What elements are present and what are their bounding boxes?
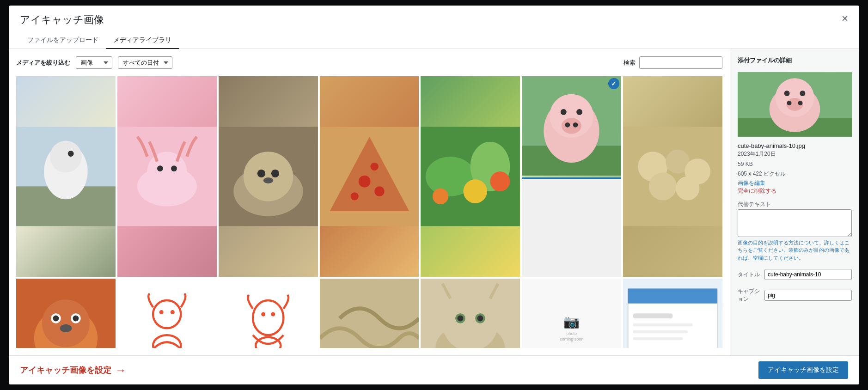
svg-point-52 <box>153 300 181 328</box>
title-row: タイトル <box>738 269 852 280</box>
edit-image-link[interactable]: 画像を編集 <box>738 179 852 187</box>
svg-point-58 <box>271 312 275 317</box>
alt-text-section: 代替テキスト 画像の目的を説明する方法について、詳しくはこちらをご覧ください。装… <box>738 201 852 262</box>
svg-point-19 <box>374 186 384 196</box>
media-item-food-bowl[interactable] <box>623 76 722 277</box>
filter-right: 検索 <box>623 56 722 69</box>
alt-label: 代替テキスト <box>738 201 852 208</box>
svg-point-100 <box>800 91 805 96</box>
date-select[interactable]: すべての日付 2023年1月 2023年2月 <box>118 56 172 69</box>
close-button[interactable]: × <box>838 11 852 26</box>
media-item-cat[interactable] <box>421 279 520 348</box>
svg-point-26 <box>464 179 488 203</box>
alt-hint[interactable]: 画像の目的を説明する方法について、詳しくはこちらをご覧ください。装飾のみが目的の… <box>738 239 852 262</box>
svg-rect-72 <box>633 323 693 326</box>
media-grid: ✓ 画像を選択 ↑ <box>16 76 722 348</box>
delete-image-link[interactable]: 完全に削除する <box>738 187 852 195</box>
modal-body: メディアを絞り込む 画像 動画 音声 その他 すべての日付 2023年1月 20… <box>9 49 859 355</box>
detail-date: 2023年1月20日 <box>738 151 776 157</box>
footer-arrow-icon: → <box>115 364 126 377</box>
media-main: メディアを絞り込む 画像 動画 音声 その他 すべての日付 2023年1月 20… <box>9 49 730 355</box>
media-item-pizza[interactable] <box>320 76 419 277</box>
media-item-rope[interactable] <box>320 279 419 348</box>
svg-point-53 <box>159 310 164 314</box>
svg-point-35 <box>573 122 578 128</box>
title-input[interactable] <box>764 269 852 280</box>
media-item-hedgehog[interactable] <box>219 76 318 277</box>
media-thumb-food-bowl <box>623 76 722 277</box>
svg-point-97 <box>787 101 792 105</box>
footer-annotation-text: アイキャッチ画像を設定 <box>20 365 111 376</box>
filter-bar: メディアを絞り込む 画像 動画 音声 その他 すべての日付 2023年1月 20… <box>16 56 722 69</box>
media-item-bird[interactable] <box>16 76 116 277</box>
svg-rect-71 <box>633 313 673 318</box>
svg-point-46 <box>42 299 90 347</box>
media-thumb-squirrel1 <box>117 279 217 348</box>
modal-header: アイキャッチ画像 × ファイルをアップロード メディアライブラリ <box>9 6 859 49</box>
modal-title: アイキャッチ画像 <box>20 13 848 27</box>
detail-dimensions: 605 x 422 ピクセル <box>738 171 786 177</box>
modal-overlay: アイキャッチ画像 × ファイルをアップロード メディアライブラリ メディアを絞り… <box>0 0 868 390</box>
media-item-screenshot1[interactable] <box>623 279 722 348</box>
selection-checkmark: ✓ <box>609 78 619 88</box>
svg-point-98 <box>798 101 802 105</box>
svg-point-67 <box>477 315 483 321</box>
media-thumb-pizza <box>320 76 419 277</box>
svg-point-18 <box>358 176 370 188</box>
svg-point-33 <box>562 118 581 134</box>
svg-point-4 <box>68 151 74 157</box>
caption-input[interactable] <box>764 290 852 301</box>
svg-rect-73 <box>633 330 688 333</box>
media-item-squirrel1[interactable] <box>117 279 217 348</box>
photo-coming-soon-text: photocoming soon <box>560 331 583 342</box>
tabs-bar: ファイルをアップロード メディアライブラリ <box>20 32 848 49</box>
svg-point-21 <box>370 163 378 171</box>
media-item-squirrel2[interactable] <box>219 279 318 348</box>
filter-left: メディアを絞り込む 画像 動画 音声 その他 すべての日付 2023年1月 20… <box>16 56 172 69</box>
svg-rect-70 <box>628 288 717 303</box>
svg-point-66 <box>458 315 464 321</box>
media-item-axolotl[interactable] <box>117 76 217 277</box>
svg-point-34 <box>565 122 570 128</box>
detail-meta: 2023年1月20日 59 KB 605 x 422 ピクセル <box>738 149 852 179</box>
svg-point-56 <box>253 300 283 335</box>
media-thumb-photo-soon: 📷 photocoming soon <box>522 279 621 348</box>
set-image-button[interactable]: アイキャッチ画像を設定 <box>758 361 848 379</box>
svg-point-12 <box>243 152 293 201</box>
media-thumb-red-panda <box>16 279 116 348</box>
tab-upload[interactable]: ファイルをアップロード <box>20 32 106 49</box>
footer-annotation: アイキャッチ画像を設定 → <box>20 364 126 377</box>
media-thumb-axolotl <box>117 76 217 277</box>
search-input[interactable] <box>639 56 722 69</box>
media-thumb-screenshot1 <box>623 279 722 348</box>
svg-point-7 <box>147 152 187 191</box>
alt-textarea[interactable] <box>738 209 852 237</box>
tab-library[interactable]: メディアライブラリ <box>106 32 179 49</box>
media-item-pig[interactable]: ✓ 画像を選択 ↑ <box>522 76 621 277</box>
svg-rect-74 <box>633 337 683 340</box>
type-select[interactable]: 画像 動画 音声 その他 <box>76 56 112 69</box>
svg-point-95 <box>776 78 814 117</box>
caption-row: キャプション <box>738 287 852 303</box>
detail-filename: cute-baby-animals-10.jpg <box>738 142 852 149</box>
svg-point-99 <box>784 91 790 96</box>
svg-point-42 <box>649 172 677 200</box>
svg-point-57 <box>261 312 265 317</box>
svg-point-36 <box>561 109 567 115</box>
media-item-red-panda[interactable] <box>16 279 116 348</box>
modal-footer: アイキャッチ画像を設定 → アイキャッチ画像を設定 <box>9 355 859 384</box>
svg-point-37 <box>576 109 582 115</box>
media-item-photo-soon[interactable]: 📷 photocoming soon <box>522 279 621 348</box>
media-thumb-rope <box>320 279 419 348</box>
svg-point-3 <box>50 141 82 173</box>
detail-size: 59 KB <box>738 161 753 167</box>
svg-point-51 <box>60 324 72 332</box>
media-item-salad[interactable] <box>421 76 520 277</box>
media-thumb-salad <box>421 76 520 277</box>
svg-point-9 <box>171 165 177 171</box>
svg-point-49 <box>53 315 59 321</box>
search-label: 検索 <box>623 59 636 67</box>
media-thumb-hedgehog <box>219 76 318 277</box>
media-grid-container: ✓ 画像を選択 ↑ <box>16 76 722 348</box>
detail-info: cute-baby-animals-10.jpg 2023年1月20日 59 K… <box>738 142 852 195</box>
